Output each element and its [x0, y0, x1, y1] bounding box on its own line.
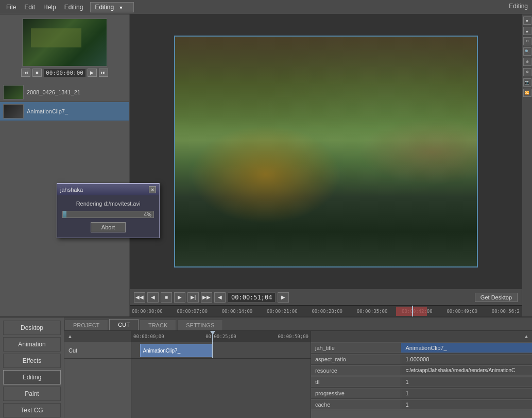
property-row: jah_title AnimationClip7_: [311, 342, 532, 354]
tool-btn-8[interactable]: 🔀: [523, 89, 531, 97]
tool-btn-4[interactable]: 🔍: [523, 47, 531, 56]
timeline-track: AnimationClip7_: [131, 342, 311, 359]
menu-help[interactable]: Help: [39, 3, 60, 12]
chevron-down-icon: ▼: [118, 5, 123, 10]
tool-btn-3[interactable]: ✂: [523, 37, 531, 45]
timeline-header: ▲: [64, 331, 131, 342]
ruler-time: 00:00:00;00: [133, 334, 164, 339]
nav-effects-button[interactable]: Effects: [3, 354, 61, 368]
menu-edit[interactable]: Edit: [20, 3, 39, 12]
property-row: cache 1: [311, 399, 532, 410]
right-sidebar: ■ ◆ ✂ 🔍 ⊕ ⊗ 📷 🔀: [522, 14, 532, 316]
nav-desktop-button[interactable]: Desktop: [3, 321, 61, 335]
tab-settings[interactable]: SETTINGS: [177, 320, 223, 330]
clip-name: 2008_0426_1341_21: [27, 89, 80, 95]
timeline-scrubber[interactable]: 00:00:00;00 00:00:07;00 00:00:14;00 00:0…: [130, 305, 522, 316]
scrubber-time: 00:00:00;00: [132, 309, 163, 314]
prop-name: ttl: [311, 377, 401, 387]
menu-editing[interactable]: Editing: [60, 3, 88, 12]
tool-btn-5[interactable]: ⊕: [523, 58, 531, 66]
scrubber-track: 00:00:00;00 00:00:07;00 00:00:14;00 00:0…: [130, 306, 522, 316]
workspace-label-right: Editing: [509, 3, 528, 10]
tab-project[interactable]: PROJECT: [64, 320, 108, 330]
clip-thumb-image: [4, 86, 23, 99]
tool-btn-2[interactable]: ◆: [523, 27, 531, 35]
top-section: ⏮ ■ 00:00:00;00 ▶ ⏭ 2008_0426_1341_21 An…: [0, 14, 532, 316]
nav-textcg-button[interactable]: Text CG: [3, 403, 61, 417]
scrubber-time: 00:00:56;2: [492, 309, 520, 314]
next-frame-button[interactable]: ▶: [278, 292, 289, 303]
tab-track[interactable]: TRACK: [140, 320, 176, 330]
tabs-bar: PROJECT CUT TRACK SETTINGS: [64, 317, 532, 331]
scrubber-time: 00:00:28;00: [312, 309, 342, 314]
property-row: aspect_ratio 1.000000: [311, 354, 532, 365]
menu-file[interactable]: File: [2, 3, 20, 12]
timeline-header-left-icon: ▲: [67, 333, 73, 339]
dialog-body: Rendering d:/mov/test.avi 4% Abort: [57, 195, 159, 238]
thumbnail-area: ⏮ ■ 00:00:00;00 ▶ ⏭: [0, 14, 129, 83]
bottom-panel: Desktop Animation Effects Editing Paint …: [0, 316, 532, 418]
play-button[interactable]: ▶: [174, 292, 185, 303]
ruler-time: 00:00:50;00: [278, 334, 308, 339]
workspace-dropdown[interactable]: Editing ▼: [90, 2, 134, 12]
timeline-right-panel[interactable]: 00:00:00;00 00:00:25;00 00:00:50;00 Anim…: [131, 331, 311, 418]
tab-cut[interactable]: CUT: [109, 319, 139, 330]
prop-value: 1: [401, 377, 532, 387]
prop-value: c:/etc/app/Jahshaka//media/renders/Anima…: [401, 366, 532, 375]
scrubber-times: 00:00:00;00 00:00:07;00 00:00:14;00 00:0…: [130, 309, 522, 314]
tool-btn-1[interactable]: ■: [523, 16, 531, 25]
playback-bar: ◀◀ ◀ ■ ▶ ▶| ▶▶ ◀ 00:00:51;04 ▶ Get Deskt…: [130, 289, 522, 305]
skip-fwd-button[interactable]: ⏭: [99, 69, 108, 77]
progress-percentage: 4%: [144, 211, 151, 218]
scrubber-needle: [412, 306, 413, 316]
timeline-left-panel: ▲ Cut: [64, 331, 131, 418]
rewind-button[interactable]: ◀◀: [134, 292, 145, 303]
clip-item[interactable]: AnimationClip7_: [0, 102, 129, 121]
clip-thumbnail: [3, 85, 24, 99]
prop-value: 1: [401, 389, 532, 398]
step-fwd-button[interactable]: ▶|: [187, 292, 199, 303]
get-desktop-button[interactable]: Get Desktop: [475, 293, 518, 302]
scrubber-time: 00:00:49;00: [447, 309, 477, 314]
timeline-clip[interactable]: AnimationClip7_: [140, 344, 212, 357]
tool-btn-7[interactable]: 📷: [523, 78, 531, 87]
progress-bar-container: 4%: [62, 211, 154, 218]
nav-animation-button[interactable]: Animation: [3, 337, 61, 352]
stop-button[interactable]: ■: [161, 292, 172, 303]
ruler-times: 00:00:00;00 00:00:25;00 00:00:50;00: [133, 334, 308, 339]
properties-header: ▲: [311, 331, 532, 342]
fast-fwd-button[interactable]: ▶▶: [201, 292, 212, 303]
skip-back-button[interactable]: ⏮: [21, 69, 30, 77]
prop-value[interactable]: AnimationClip7_: [401, 343, 532, 353]
abort-button[interactable]: Abort: [91, 222, 126, 232]
prev-frame-button[interactable]: ◀: [214, 292, 226, 303]
menu-bar: File Edit Help Editing Editing ▼ Editing: [0, 0, 532, 14]
bottom-main: PROJECT CUT TRACK SETTINGS ▲ Cut: [64, 317, 532, 418]
prop-value: 1.000000: [401, 355, 532, 364]
prop-name: aspect_ratio: [311, 355, 401, 364]
dialog-titlebar[interactable]: jahshaka ✕: [57, 184, 159, 195]
timeline-tracks: AnimationClip7_: [131, 342, 311, 359]
nav-paint-button[interactable]: Paint: [3, 387, 61, 401]
nav-editing-button[interactable]: Editing: [3, 370, 61, 384]
property-row: ttl 1: [311, 376, 532, 388]
clip-item[interactable]: 2008_0426_1341_21: [0, 83, 129, 102]
timeline-ruler: 00:00:00;00 00:00:25;00 00:00:50;00: [131, 331, 311, 342]
prop-name: cache: [311, 400, 401, 409]
video-frame: [174, 36, 478, 267]
video-preview: [130, 14, 522, 289]
close-icon: ✕: [150, 187, 155, 193]
video-content: [175, 37, 477, 266]
stop-button[interactable]: ■: [32, 69, 42, 77]
track-needle: [212, 342, 213, 358]
step-back-button[interactable]: ◀: [147, 292, 159, 303]
clip-name: AnimationClip7_: [27, 108, 68, 114]
tool-btn-6[interactable]: ⊗: [523, 68, 531, 76]
play-button[interactable]: ▶: [88, 69, 97, 77]
clip-thumb-image: [4, 105, 23, 118]
thumbnail-preview: [23, 19, 107, 66]
main-timecode: 00:00:51;04: [228, 292, 276, 303]
dialog-close-button[interactable]: ✕: [149, 186, 156, 193]
timeline-needle: [212, 331, 213, 342]
bottom-left-nav: Desktop Animation Effects Editing Paint …: [0, 317, 64, 418]
